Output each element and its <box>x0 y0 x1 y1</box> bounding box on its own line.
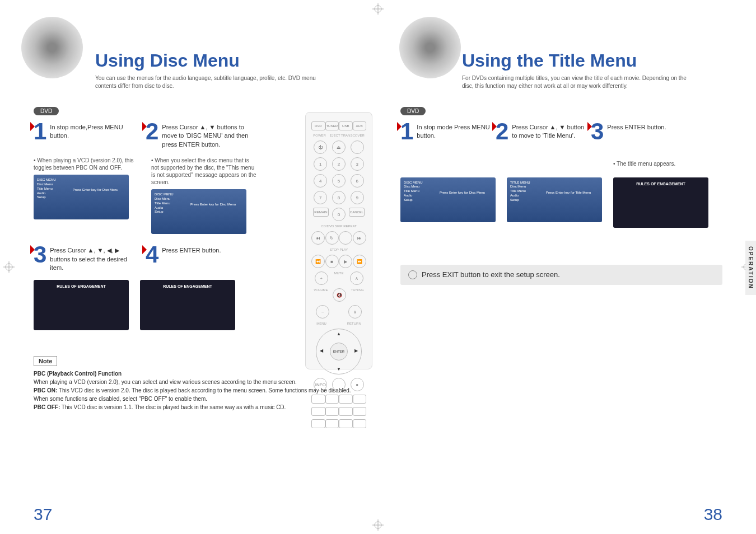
step-text: Press Cursor ▲, ▼, ◀, ▶ buttons to selec… <box>50 245 140 272</box>
page-number: 38 <box>704 505 722 524</box>
remote-tuner-button: TUNER <box>325 121 339 130</box>
remote-power-button: ⏻ <box>314 140 327 154</box>
step-text: Press ENTER button. <box>162 245 221 272</box>
bullet-text: • The title menu appears. <box>613 160 708 167</box>
step-3: 3 Press Cursor ▲, ▼, ◀, ▶ buttons to sel… <box>34 245 140 272</box>
exit-instruction: Press EXIT button to exit the setup scre… <box>400 265 722 285</box>
page-left: Using Disc Menu You can use the menus fo… <box>0 0 378 534</box>
screen-preview: RULES OF ENGAGEMENT <box>613 177 708 228</box>
remote-info-button: INFO <box>314 378 327 391</box>
step-text: Press ENTER button. <box>607 122 666 141</box>
step-4: 4 Press ENTER button. <box>146 245 252 272</box>
step-number: 4 <box>146 245 158 272</box>
page-subtitle: You can use the menus for the audio lang… <box>95 74 330 90</box>
step-text: In stop mode Press MENU button. <box>417 122 490 141</box>
step-1: 1 In stop mode,Press MENU button. <box>34 122 140 149</box>
screen-preview: RULES OF ENGAGEMENT <box>140 280 235 330</box>
dvd-badge: DVD <box>34 107 59 115</box>
step-number: 1 <box>400 122 413 141</box>
step-text: Press Cursor ▲, ▼ button to move to 'Tit… <box>512 122 585 141</box>
disc-icon <box>21 17 83 78</box>
page-subtitle: For DVDs containing multiple titles, you… <box>462 74 697 90</box>
remote-usb-button: USB <box>339 121 353 130</box>
remote-dpad: ▲ ▼ ◀ ▶ ENTER <box>316 329 362 374</box>
step-number: 3 <box>591 122 604 141</box>
step-number: 2 <box>496 122 508 141</box>
page-title: Using Disc Menu <box>95 50 356 71</box>
step-text: Press Cursor ▲, ▼ buttons to move to 'DI… <box>162 122 252 149</box>
disc-icon <box>399 17 461 78</box>
step-number: 3 <box>34 245 46 272</box>
remote-psp-button: ● <box>351 378 364 391</box>
note-body: PBC (Playback Control) Function When pla… <box>34 369 356 411</box>
bullet-text: • When you select the disc menu that is … <box>151 157 258 186</box>
note-label: Note <box>34 356 57 366</box>
step-number: 2 <box>146 122 158 149</box>
step-2: 2 Press Cursor ▲, ▼ buttons to move to '… <box>146 122 252 149</box>
dash-icon <box>408 270 417 279</box>
step-2: 2 Press Cursor ▲, ▼ button to move to 'T… <box>496 122 585 141</box>
remote-aux-button: AUX <box>353 121 367 130</box>
step-number: 1 <box>34 122 46 149</box>
remote-transcover-button <box>351 140 364 154</box>
step-text: In stop mode,Press MENU button. <box>50 122 140 149</box>
step-3: 3 Press ENTER button. <box>591 122 680 141</box>
screen-preview: DISC MENUDisc MenuTitle MenuAudioSetup P… <box>151 189 246 234</box>
page-number: 37 <box>34 505 52 524</box>
remote-dvd-button: DVD <box>311 121 325 130</box>
dvd-badge: DVD <box>400 107 426 115</box>
screen-preview: DISC MENUDisc MenuTitle MenuAudioSetup P… <box>400 177 496 222</box>
page-right: Using the Title Menu For DVDs containing… <box>378 0 756 534</box>
screen-preview: DISC MENUDisc MenuTitle MenuAudioSetup P… <box>34 175 129 219</box>
screen-preview: TITLE MENUDisc MenuTitle MenuAudioSetup … <box>507 177 602 222</box>
remote-eject-button: ⏏ <box>332 140 346 154</box>
step-1: 1 In stop mode Press MENU button. <box>400 122 490 141</box>
remote-diagram: DVD TUNER USB AUX POWER EJECT TRANSCOVER… <box>305 112 372 369</box>
remote-enter-button: ENTER <box>330 343 348 360</box>
page-title: Using the Title Menu <box>462 50 722 71</box>
screen-preview: RULES OF ENGAGEMENT <box>34 280 129 330</box>
section-tab: OPERATION <box>745 241 756 295</box>
bullet-text: • When playing a VCD (version 2.0), this… <box>34 157 140 171</box>
